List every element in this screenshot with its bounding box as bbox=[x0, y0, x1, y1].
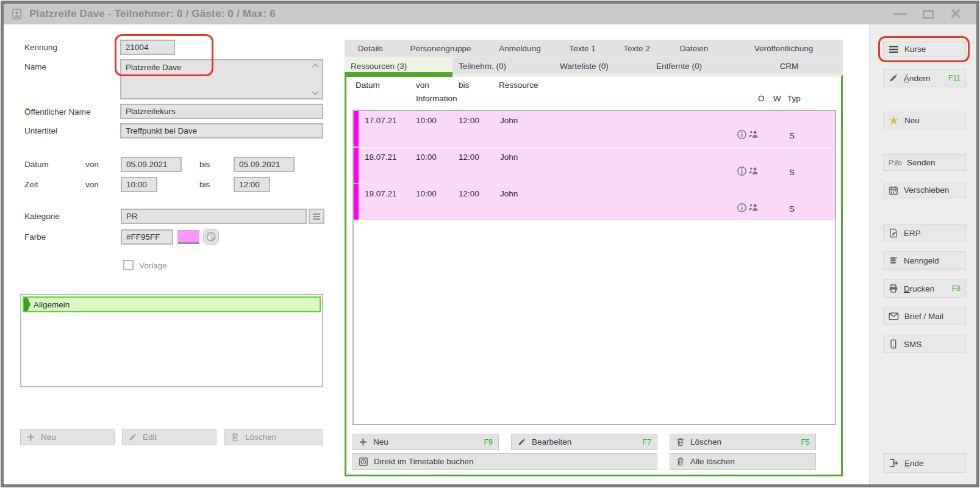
list-menu-icon bbox=[312, 213, 321, 220]
tab-crm[interactable]: CRM bbox=[735, 57, 843, 74]
list-loeschen-button[interactable]: Löschen bbox=[224, 429, 323, 445]
window-controls: ✕ bbox=[893, 8, 962, 20]
plus-icon bbox=[359, 437, 368, 447]
tab-dateien[interactable]: Dateien bbox=[663, 40, 724, 57]
list-neu-button[interactable]: Neu bbox=[20, 429, 115, 445]
selected-flag-icon bbox=[24, 298, 30, 311]
category-list-button[interactable] bbox=[309, 209, 324, 224]
exit-icon bbox=[889, 458, 899, 468]
sidebar-button-erp[interactable]: ERP bbox=[883, 224, 966, 242]
pccaddie-online-icon: P://o bbox=[889, 159, 901, 167]
table-row-3[interactable]: 19.07.21 10:00 12:00 John S bbox=[354, 184, 835, 220]
row-color-strip bbox=[354, 148, 359, 183]
tab-texte-2[interactable]: Texte 2 bbox=[610, 40, 663, 57]
tab-teilnehmer[interactable]: Teilnehm. (0) bbox=[452, 57, 554, 74]
sidebar-button-neu[interactable]: ★ Neu bbox=[883, 112, 966, 129]
subtitle-label: Untertitel bbox=[24, 126, 57, 135]
color-label: Farbe bbox=[24, 232, 46, 242]
vorlage-label: Vorlage bbox=[139, 261, 167, 270]
sidebar-button-verschieben[interactable]: Verschieben bbox=[883, 182, 966, 198]
tab-veroeffentlichung[interactable]: Veröffentlichung bbox=[724, 40, 843, 57]
table-row-1[interactable]: 17.07.21 10:00 12:00 John S bbox=[354, 111, 835, 147]
subtitle-field[interactable]: Treffpunkt bei Dave bbox=[120, 123, 323, 138]
sidebar-button-brief-mail[interactable]: Brief / Mail bbox=[883, 307, 966, 325]
people-icon bbox=[748, 129, 759, 140]
info-icon bbox=[737, 129, 747, 140]
timetable-clock-icon bbox=[359, 457, 368, 467]
time-from-field[interactable]: 10:00 bbox=[121, 177, 157, 192]
sidebar-button-drucken[interactable]: Drucken F8 bbox=[883, 279, 966, 298]
date-to-field[interactable]: 05.09.2021 bbox=[234, 157, 295, 172]
col-header-von: von bbox=[416, 81, 429, 90]
public-name-field[interactable]: Platzreifekurs bbox=[120, 104, 323, 119]
date-label: Datum bbox=[24, 160, 49, 169]
coins-icon bbox=[889, 256, 898, 265]
tab-personengruppe[interactable]: Personengruppe bbox=[396, 40, 485, 57]
active-tab-underline bbox=[345, 74, 452, 77]
col-header-ressource: Ressource bbox=[499, 81, 538, 90]
col-header-w: W bbox=[773, 94, 781, 103]
alle-loeschen-button[interactable]: Alle löschen bbox=[670, 453, 816, 470]
name-field[interactable]: Platzreife Dave bbox=[120, 59, 323, 99]
list-edit-button[interactable]: Edit bbox=[122, 429, 216, 445]
info-icon bbox=[737, 203, 747, 213]
name-field-scrollbar[interactable] bbox=[310, 62, 321, 97]
sidebar-button-ende[interactable]: Ende bbox=[883, 453, 966, 473]
color-field[interactable]: #FF95FF bbox=[121, 229, 173, 245]
row-color-strip bbox=[354, 111, 359, 146]
row-color-strip bbox=[354, 184, 359, 220]
chevron-up-icon bbox=[312, 63, 319, 68]
menu-icon bbox=[889, 45, 899, 54]
kennung-field[interactable]: 21004 bbox=[120, 40, 175, 55]
category-field[interactable]: PR bbox=[121, 209, 307, 224]
application-window: Platzreife Dave - Teilnehmer: 0 / Gäste:… bbox=[0, 0, 980, 488]
close-icon[interactable]: ✕ bbox=[950, 8, 962, 20]
star-icon: ★ bbox=[889, 116, 899, 126]
info-icon bbox=[737, 166, 747, 176]
sidebar-button-senden[interactable]: P://o Senden bbox=[883, 154, 966, 171]
col-header-bis: bis bbox=[459, 81, 469, 90]
tab-warteliste[interactable]: Warteliste (0) bbox=[554, 57, 650, 74]
maximize-icon[interactable] bbox=[923, 10, 934, 19]
table-row-2[interactable]: 18.07.21 10:00 12:00 John S bbox=[354, 148, 835, 184]
color-swatch bbox=[177, 230, 199, 244]
sidebar-button-sms[interactable]: SMS bbox=[883, 336, 966, 353]
resources-table[interactable]: 17.07.21 10:00 12:00 John S 18.07.21 10:… bbox=[352, 110, 836, 425]
public-name-label: Öffentlicher Name bbox=[24, 107, 91, 117]
tab-texte-1[interactable]: Texte 1 bbox=[555, 40, 610, 57]
tab-row-1: Details Personengruppe Anmeldung Texte 1… bbox=[345, 40, 843, 57]
title-bar[interactable]: Platzreife Dave - Teilnehmer: 0 / Gäste:… bbox=[4, 4, 976, 24]
tab-details[interactable]: Details bbox=[345, 40, 396, 57]
trash-icon bbox=[231, 432, 240, 442]
col-header-information: Information bbox=[416, 94, 457, 103]
tab-entfernte[interactable]: Entfernte (0) bbox=[650, 57, 735, 74]
resource-bearbeiten-button[interactable]: Bearbeiten F7 bbox=[511, 434, 657, 450]
resource-neu-button[interactable]: Neu F9 bbox=[352, 434, 499, 450]
sidebar-button-aendern[interactable]: Ändern F11 bbox=[883, 69, 966, 87]
direkt-timetable-button[interactable]: Direkt im Timetable buchen bbox=[352, 453, 657, 470]
app-icon bbox=[10, 7, 23, 21]
tab-ressourcen[interactable]: Ressourcen (3) bbox=[345, 57, 452, 74]
color-picker-button[interactable] bbox=[203, 229, 219, 245]
time-to-label: bis bbox=[199, 180, 210, 189]
vorlage-checkbox[interactable] bbox=[123, 260, 134, 270]
sidebar-button-kurse[interactable]: Kurse bbox=[883, 41, 966, 57]
date-from-label: von bbox=[85, 160, 99, 169]
minimize-icon[interactable] bbox=[893, 13, 907, 15]
time-to-field[interactable]: 12:00 bbox=[234, 177, 270, 192]
list-item-allgemein[interactable]: Allgemein bbox=[23, 296, 321, 312]
category-listbox[interactable]: Allgemein bbox=[20, 294, 323, 387]
tab-anmeldung[interactable]: Anmeldung bbox=[485, 40, 555, 57]
resource-loeschen-button[interactable]: Löschen F5 bbox=[670, 434, 816, 450]
col-header-datum: Datum bbox=[356, 81, 380, 90]
date-from-field[interactable]: 05.09.2021 bbox=[121, 157, 182, 172]
pencil-icon bbox=[128, 432, 137, 442]
printer-icon bbox=[889, 284, 898, 293]
trash-icon bbox=[676, 437, 685, 447]
name-label: Name bbox=[24, 62, 46, 71]
time-from-label: von bbox=[85, 180, 99, 189]
document-edit-icon bbox=[889, 228, 898, 238]
sidebar-button-nenngeld[interactable]: Nenngeld bbox=[883, 251, 966, 270]
tab-bar: Details Personengruppe Anmeldung Texte 1… bbox=[345, 40, 843, 74]
palette-icon bbox=[206, 231, 216, 242]
